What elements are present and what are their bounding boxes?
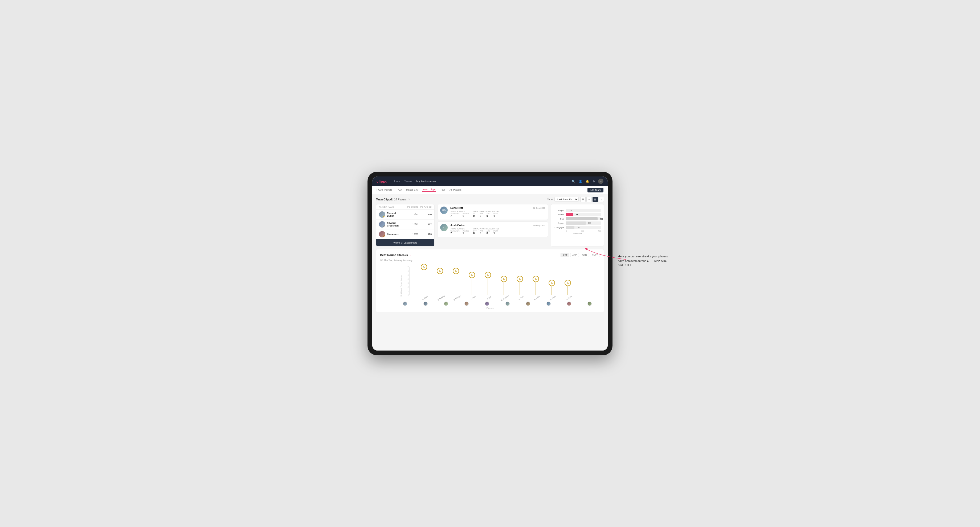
bar-chart: Eagles 3 Birdies: [554, 209, 601, 229]
player-card-rees[interactable]: RB Rees Britt 02 Sep 2023 Total Rounds: [437, 204, 548, 220]
putt-col: PUTT 1: [493, 213, 498, 217]
putt-value: 1: [493, 214, 498, 217]
svg-text:B. Ford: B. Ford: [518, 295, 524, 300]
table-view-btn[interactable]: ▦: [593, 197, 598, 202]
practice-value: 6: [463, 214, 469, 217]
grid-view-btn[interactable]: ⊞: [580, 197, 585, 202]
chart-view-btn[interactable]: ↕: [599, 197, 604, 202]
streak-chart-container: Best Streak, Fairway Accuracy: [380, 264, 600, 309]
avatar-slot: [538, 302, 559, 306]
bar-container-eagles: 3: [566, 209, 601, 212]
svg-text:3x: 3x: [551, 282, 553, 284]
practice-col: Practice 6: [463, 213, 469, 217]
practice-sub: OTT 0 APP 0: [473, 213, 500, 217]
svg-text:5: 5: [407, 274, 409, 276]
app-col: APP 0: [480, 213, 483, 217]
bar-fill-birdies: 96: [566, 213, 573, 216]
pc-name-2: Josh Coles: [450, 224, 465, 227]
streaks-subtitle: Off The Tee, Fairway Accuracy: [380, 259, 600, 262]
avatar-slot: [579, 302, 600, 306]
badge-2: 2: [383, 225, 385, 227]
bar-row-dbogeys: D. Bogeys+ 131: [554, 226, 601, 229]
nav-my-performance[interactable]: My Performance: [416, 180, 436, 183]
pc-name-row: Rees Britt 02 Sep 2023: [450, 206, 545, 210]
pc-stats: Total Rounds Tournament 7 Practice: [450, 211, 545, 217]
arg-col: ARG 0: [487, 213, 490, 217]
avatar-slot: [395, 302, 415, 306]
total-rounds-label-2: Total Rounds: [450, 228, 469, 230]
svg-text:E. Crossmn: E. Crossmn: [501, 294, 509, 301]
bar-label-bogeys: Bogeys: [554, 222, 564, 224]
x-label-200: 200: [581, 230, 584, 232]
player-mini-avatar: [567, 302, 571, 306]
view-full-leaderboard-button[interactable]: View Full Leaderboard: [376, 239, 434, 246]
pc-stats-2: Total Rounds Tournament 7 Practice: [450, 228, 545, 235]
leaderboard-header: PLAYER NAME PB SCORE PB AVG SQ: [376, 205, 434, 210]
search-icon[interactable]: 🔍: [572, 179, 576, 183]
player-card-josh[interactable]: JC Josh Coles 26 Aug 2023 Total Rounds: [437, 221, 548, 237]
bar-fill-dbogeys: 131: [566, 226, 574, 229]
practice-activities-label-2: Total Practice Activities: [473, 228, 500, 230]
filter-ott[interactable]: OTT: [561, 253, 570, 257]
practice-sub-2: OTT 0 APP 0: [473, 230, 500, 235]
nav-home[interactable]: Home: [393, 180, 400, 183]
player-row[interactable]: 1 Richard Butler 19/20 110: [376, 210, 434, 220]
filter-app[interactable]: APP: [570, 253, 579, 257]
settings-icon[interactable]: ⊕: [593, 179, 595, 183]
svg-text:4x: 4x: [535, 278, 537, 280]
streak-chart-svg: Best Streak, Fairway Accuracy: [380, 264, 600, 302]
bar-container-birdies: 96: [566, 213, 601, 216]
pc-practice-activities-2: Total Practice Activities OTT 0 APP: [473, 228, 500, 235]
streaks-title: Best Round Streaks ←: [380, 252, 414, 257]
svg-text:2: 2: [407, 286, 409, 288]
player-row[interactable]: 2 Edward Crossman 18/20 107: [376, 220, 434, 229]
arg-value: 0: [487, 214, 490, 217]
pc-name-row-2: Josh Coles 26 Aug 2023: [450, 224, 545, 227]
edit-icon[interactable]: ✎: [408, 198, 410, 201]
subnav-pgat[interactable]: PGAT Players: [377, 188, 392, 192]
list-view-btn[interactable]: ≡: [586, 197, 592, 202]
player-avg-3: 103: [418, 233, 432, 236]
subnav-tour[interactable]: Tour: [441, 188, 445, 192]
pc-date-2: 26 Aug 2023: [533, 224, 545, 227]
user-icon[interactable]: 👤: [579, 179, 582, 183]
svg-text:C. Quick: C. Quick: [566, 295, 573, 301]
player-score-3: 17/20: [402, 233, 418, 236]
bar-value-eagles: 3: [570, 210, 571, 211]
streaks-section: Best Round Streaks ← OTT APP ARG PUTT Of…: [376, 249, 604, 313]
practice-col-2: Practice 2: [463, 230, 469, 235]
annotation-arrow: [581, 233, 628, 265]
period-select[interactable]: Last 3 months: [554, 197, 579, 202]
avatar[interactable]: U: [598, 179, 603, 184]
app-value: 0: [480, 214, 483, 217]
bar-row-birdies: Birdies 96: [554, 213, 601, 216]
x-label-400: 400: [598, 230, 601, 232]
bell-icon[interactable]: 🔔: [585, 179, 589, 183]
pc-avatar-josh: JC: [440, 224, 448, 231]
player-info: 3 Cameron...: [379, 231, 402, 237]
team-header: Team Clippd | 14 Players ✎ Show Last 3 m…: [376, 197, 604, 202]
nav-teams[interactable]: Teams: [404, 180, 412, 183]
bar-row-pars: Pars 499: [554, 217, 601, 221]
bar-label-eagles: Eagles: [554, 209, 564, 211]
bar-row-eagles: Eagles 3: [554, 209, 601, 212]
player-mini-avatar: [485, 302, 489, 306]
player-mini-avatar: [587, 302, 592, 306]
pc-name: Rees Britt: [450, 206, 463, 210]
x-axis-label: Players: [380, 307, 600, 309]
bar-fill-pars: 499: [566, 217, 598, 221]
add-team-button[interactable]: Add Team: [587, 187, 603, 192]
player-mini-avatar: [465, 302, 469, 306]
col-player-name: PLAYER NAME: [379, 206, 402, 208]
subnav-team-clippd[interactable]: Team Clippd: [422, 188, 436, 192]
app-logo: clippd: [377, 179, 387, 183]
svg-text:R. Britt: R. Britt: [486, 295, 492, 300]
avatar-row: [380, 302, 600, 306]
subnav-hcaps[interactable]: Hcaps 1-5: [406, 188, 418, 192]
subnav-all-players[interactable]: All Players: [450, 188, 461, 192]
subnav-pga[interactable]: PGA: [396, 188, 402, 192]
player-mini-avatar: [403, 302, 407, 306]
player-score-1: 19/20: [402, 213, 418, 216]
svg-text:B. McHarg: B. McHarg: [437, 295, 445, 301]
player-row[interactable]: 3 Cameron... 17/20 103: [376, 229, 434, 239]
